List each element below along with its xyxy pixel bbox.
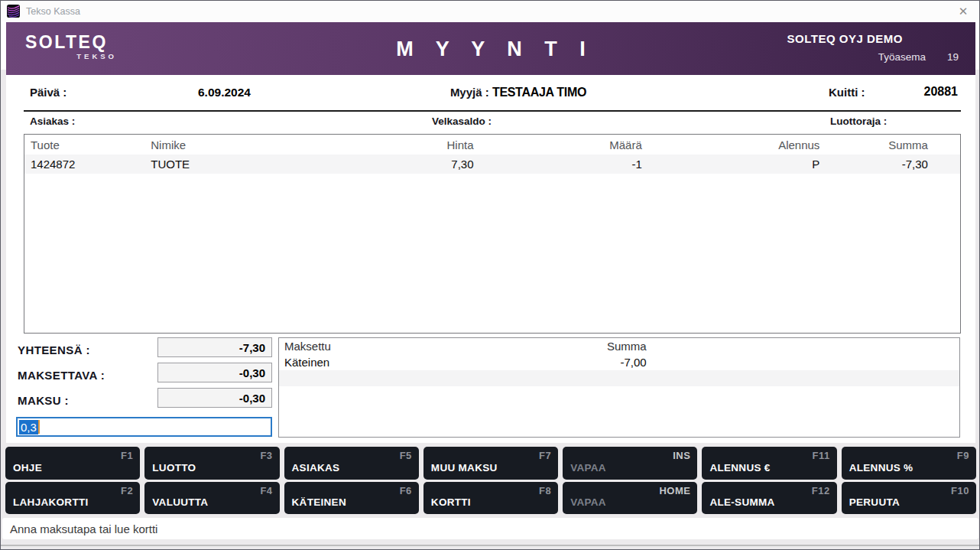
vapaa-ins-button[interactable]: VAPAA INS: [563, 447, 697, 480]
peruuta-button[interactable]: PERUUTA F10: [842, 482, 976, 515]
status-message: Anna maksutapa tai lue kortti: [10, 522, 157, 535]
cashier-value: TESTAAJA TIMO: [492, 86, 586, 99]
amount-input[interactable]: 0,3: [16, 417, 272, 437]
fkey-badge: F9: [957, 450, 969, 461]
cell-alennus: P: [642, 158, 820, 171]
asiakas-button[interactable]: ASIAKAS F5: [284, 447, 419, 480]
paid-column-header: Maksettu: [279, 340, 483, 353]
receipt-label: Kuitti :: [829, 86, 865, 99]
main-content: Päivä : 6.09.2024 Myyjä : TESTAAJA TIMO …: [6, 75, 975, 443]
lahjakortti-button[interactable]: LAHJAKORTTI F2: [5, 482, 140, 515]
debt-balance-label: Velkasaldo :: [432, 116, 492, 127]
payable-label: MAKSETTAVA :: [18, 369, 105, 382]
total-label: YHTEENSÄ :: [18, 343, 90, 356]
payments-header: Maksettu Summa: [279, 338, 959, 354]
ohje-button[interactable]: OHJE F1: [5, 447, 140, 480]
page-title: M Y Y N T I: [388, 37, 594, 61]
workstation-info: Työasema19: [878, 51, 959, 63]
col-hinta: Hinta: [300, 138, 473, 151]
function-keypad: OHJE F1 LUOTTO F3 ASIAKAS F5 MUU MAKSU F…: [1, 443, 980, 518]
cashier-info: Myyjä : TESTAAJA TIMO: [450, 86, 586, 99]
fkey-badge: F6: [400, 485, 412, 496]
close-icon[interactable]: ✕: [953, 2, 973, 21]
window-bottom-edge: [1, 545, 979, 546]
cell-summa: -7,30: [819, 158, 960, 171]
title-bar: Tekso Kassa ✕: [1, 1, 979, 21]
payment-method: Käteinen: [279, 356, 483, 369]
app-header: SOLTEQ TEKSO M Y Y N T I SOLTEQ OYJ DEMO…: [6, 22, 975, 75]
alennus-eur-button[interactable]: ALENNUS € F11: [702, 447, 836, 480]
fkey-badge: F12: [812, 485, 830, 496]
sum-column-header: Summa: [483, 340, 647, 353]
alennus-pct-button[interactable]: ALENNUS % F9: [842, 447, 976, 480]
fkey-badge: F7: [539, 450, 551, 461]
payable-value: -0,30: [157, 363, 272, 382]
fkey-badge: F8: [539, 485, 551, 496]
payment-label: MAKSU :: [18, 394, 69, 407]
workstation-label: Työasema: [878, 51, 926, 63]
kateinen-button[interactable]: KÄTEINEN F6: [284, 482, 419, 515]
total-value: -7,30: [157, 337, 272, 357]
col-maara: Määrä: [474, 138, 642, 151]
cell-hinta: 7,30: [300, 158, 473, 171]
fkey-badge: INS: [673, 450, 690, 461]
cashier-label: Myyjä :: [450, 86, 489, 99]
kortti-button[interactable]: KORTTI F8: [423, 482, 558, 515]
app-icon: [7, 5, 20, 18]
receipt-number: 20881: [924, 85, 959, 99]
payments-panel: Maksettu Summa Käteinen -7,00: [278, 337, 960, 438]
fkey-badge: HOME: [659, 485, 690, 496]
fkey-badge: F3: [260, 450, 272, 461]
tekso-kassa-window: { "window": { "title": "Tekso Kassa", "c…: [0, 0, 980, 550]
cell-nimike: TUOTE: [151, 158, 300, 171]
fkey-badge: F2: [121, 485, 133, 496]
customer-label: Asiakas :: [30, 116, 75, 127]
payment-value: -0,30: [157, 388, 272, 408]
divider-line: [24, 110, 961, 112]
ale-summa-button[interactable]: ALE-SUMMA F12: [702, 482, 836, 515]
vapaa-home-button[interactable]: VAPAA HOME: [563, 482, 697, 515]
payments-empty-stripe: [279, 370, 959, 386]
col-alennus: Alennus: [642, 138, 820, 151]
solteq-logo: SOLTEQ TEKSO: [25, 32, 117, 60]
date-value: 6.09.2024: [198, 86, 251, 99]
text-caret: [38, 420, 40, 434]
date-label: Päivä :: [30, 86, 67, 99]
fkey-badge: F10: [951, 485, 969, 496]
amount-input-selected-text: 0,3: [19, 420, 38, 434]
col-tuote: Tuote: [24, 138, 151, 151]
items-table-header: Tuote Nimike Hinta Määrä Alennus Summa: [24, 135, 960, 155]
logo-subtext: TEKSO: [25, 52, 117, 60]
workstation-number: 19: [947, 51, 959, 63]
items-table: Tuote Nimike Hinta Määrä Alennus Summa 1…: [24, 134, 961, 334]
payment-row[interactable]: Käteinen -7,00: [279, 354, 959, 370]
fkey-badge: F4: [260, 485, 272, 496]
fkey-badge: F1: [121, 450, 133, 461]
col-nimike: Nimike: [151, 138, 300, 151]
fkey-badge: F11: [813, 450, 830, 461]
valuutta-button[interactable]: VALUUTTA F4: [144, 482, 279, 515]
company-name: SOLTEQ OYJ DEMO: [787, 32, 903, 45]
credit-limit-label: Luottoraja :: [830, 116, 887, 127]
fkey-badge: F5: [400, 450, 412, 461]
window-title: Tekso Kassa: [26, 6, 80, 17]
col-summa: Summa: [819, 138, 960, 151]
muu-maksu-button[interactable]: MUU MAKSU F7: [423, 447, 558, 480]
status-bar: Anna maksutapa tai lue kortti: [2, 518, 978, 539]
luotto-button[interactable]: LUOTTO F3: [144, 447, 279, 480]
cell-tuote: 1424872: [24, 158, 151, 171]
payment-amount: -7,00: [483, 356, 647, 369]
cell-maara: -1: [474, 158, 642, 171]
table-row[interactable]: 1424872 TUOTE 7,30 -1 P -7,30: [24, 155, 960, 174]
logo-text: SOLTEQ: [25, 32, 117, 52]
